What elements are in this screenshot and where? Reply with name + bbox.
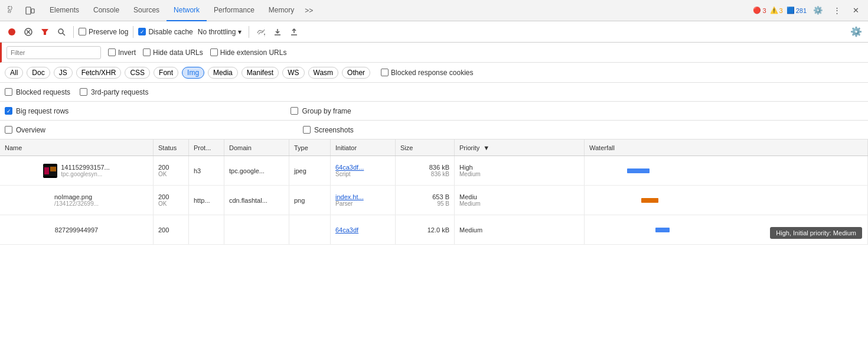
col-priority[interactable]: Priority ▼ [455, 140, 585, 155]
overview-toggle[interactable]: Overview [5, 126, 45, 134]
type-btn-doc[interactable]: Doc [27, 67, 50, 79]
type-btn-all[interactable]: All [5, 67, 23, 79]
col-initiator[interactable]: Initiator [331, 140, 396, 155]
search-button[interactable] [54, 25, 68, 39]
type-btn-js[interactable]: JS [54, 67, 73, 79]
table-container: 141152993157... tpc.googlesyn... 200 OK … [0, 156, 868, 245]
record-button[interactable] [5, 25, 19, 39]
close-devtools-button[interactable]: ✕ [848, 3, 863, 18]
blocked-requests-checkbox[interactable] [5, 88, 12, 96]
type-btn-wasm[interactable]: Wasm [308, 67, 339, 79]
hide-ext-urls-toggle[interactable]: Hide extension URLs [210, 48, 287, 57]
settings-row-1: Blocked requests 3rd-party requests [0, 83, 868, 102]
cell-name-2: 827299944997 [0, 215, 154, 244]
priority-tooltip: High, Initial priority: Medium [770, 227, 862, 239]
settings-row-2: ✓ Big request rows Group by frame [0, 102, 868, 121]
group-by-frame-checkbox[interactable] [291, 107, 298, 115]
cell-initiator-0: 64ca3df... Script [331, 156, 396, 185]
blocked-cookies-checkbox[interactable] [381, 69, 389, 76]
disable-cache-checkbox[interactable]: ✓ [138, 28, 146, 35]
disable-cache-toggle[interactable]: ✓ Disable cache [138, 28, 192, 36]
divider-2 [133, 26, 133, 38]
table-row[interactable]: noImage.png /134122/32699... 200 OK http… [0, 186, 868, 215]
third-party-requests-toggle[interactable]: 3rd-party requests [80, 88, 148, 96]
svg-rect-0 [8, 7, 12, 9]
blocked-cookies-option[interactable]: Blocked response cookies [381, 69, 473, 77]
preserve-log-checkbox[interactable] [79, 28, 86, 35]
hide-ext-urls-checkbox[interactable] [210, 48, 218, 56]
big-request-rows-checkbox[interactable]: ✓ [5, 107, 12, 115]
waterfall-bar-0 [627, 168, 650, 173]
type-btn-font[interactable]: Font [154, 67, 178, 79]
cell-domain-2 [224, 215, 289, 244]
waterfall-bar-2 [655, 228, 670, 232]
screenshots-toggle[interactable]: Screenshots [303, 126, 354, 134]
cell-domain-0: tpc.google... [224, 156, 289, 185]
col-waterfall[interactable]: Waterfall [585, 140, 868, 155]
invert-checkbox[interactable] [108, 48, 116, 56]
invert-toggle[interactable]: Invert [108, 48, 136, 57]
clear-button[interactable] [21, 25, 35, 39]
svg-marker-8 [41, 29, 48, 35]
type-btn-fetch[interactable]: Fetch/XHR [76, 67, 122, 79]
type-btn-manifest[interactable]: Manifest [242, 67, 279, 79]
third-party-checkbox[interactable] [80, 88, 87, 96]
cell-size-1: 653 B 95 B [396, 186, 455, 215]
hide-data-urls-toggle[interactable]: Hide data URLs [143, 48, 203, 57]
cell-waterfall-1 [585, 186, 868, 215]
table-row[interactable]: 827299944997 200 64ca3df 12.0 kB Medium [0, 215, 868, 245]
tab-memory[interactable]: Memory [262, 0, 301, 21]
network-conditions-button[interactable] [254, 25, 268, 39]
screenshots-checkbox[interactable] [303, 126, 311, 134]
big-request-rows-toggle[interactable]: ✓ Big request rows [5, 107, 68, 115]
export-har-button[interactable] [270, 25, 285, 39]
more-options-button[interactable]: ⋮ [829, 3, 844, 18]
cell-initiator-2: 64ca3df [331, 215, 396, 244]
filter-input[interactable] [6, 46, 101, 59]
network-settings-button[interactable]: ⚙️ [849, 25, 863, 39]
error-icon: 🔴 [753, 7, 761, 14]
throttle-select[interactable]: No throttling ▾ [195, 27, 244, 37]
tab-sources[interactable]: Sources [126, 0, 167, 21]
more-tabs-button[interactable]: >> [301, 0, 316, 21]
tab-elements[interactable]: Elements [43, 0, 86, 21]
svg-rect-2 [26, 7, 31, 14]
blocked-requests-toggle[interactable]: Blocked requests [5, 88, 70, 96]
type-btn-other[interactable]: Other [342, 67, 370, 79]
type-btn-css[interactable]: CSS [125, 67, 150, 79]
col-type[interactable]: Type [289, 140, 331, 155]
throttle-chevron-icon: ▾ [238, 28, 242, 36]
table-row[interactable]: 141152993157... tpc.googlesyn... 200 OK … [0, 156, 868, 186]
tab-console[interactable]: Console [86, 0, 126, 21]
filter-button[interactable] [38, 25, 52, 39]
settings-button[interactable]: ⚙️ [810, 3, 825, 18]
inspect-element-button[interactable] [5, 3, 20, 18]
import-har-button[interactable] [287, 25, 301, 39]
tab-performance[interactable]: Performance [207, 0, 262, 21]
waterfall-bar-container-1 [585, 186, 867, 215]
col-status[interactable]: Status [154, 140, 189, 155]
type-btn-media[interactable]: Media [208, 67, 238, 79]
type-btn-img[interactable]: Img [182, 67, 204, 79]
overview-checkbox[interactable] [5, 126, 12, 134]
col-name[interactable]: Name [0, 140, 154, 155]
col-size[interactable]: Size [396, 140, 455, 155]
cell-status-1: 200 OK [154, 186, 189, 215]
table-header: Name Status Prot... Domain Type Initiato… [0, 140, 868, 156]
group-by-frame-toggle[interactable]: Group by frame [291, 107, 351, 115]
name-text-1: noImage.png /134122/32699... [54, 193, 99, 207]
hide-data-urls-checkbox[interactable] [143, 48, 151, 56]
col-protocol[interactable]: Prot... [189, 140, 224, 155]
svg-rect-1 [8, 11, 11, 12]
sort-icon: ▼ [483, 144, 490, 151]
cell-priority-2: Medium [455, 215, 585, 244]
waterfall-bar-container-0 [585, 156, 867, 185]
col-domain[interactable]: Domain [224, 140, 289, 155]
tab-network[interactable]: Network [167, 0, 207, 21]
device-toggle-button[interactable] [22, 3, 38, 18]
type-btn-ws[interactable]: WS [282, 67, 304, 79]
cell-priority-0: High Medium [455, 156, 585, 185]
preserve-log-toggle[interactable]: Preserve log [79, 28, 128, 36]
error-badge: 🔴 3 [753, 7, 766, 14]
divider-3 [249, 26, 249, 38]
